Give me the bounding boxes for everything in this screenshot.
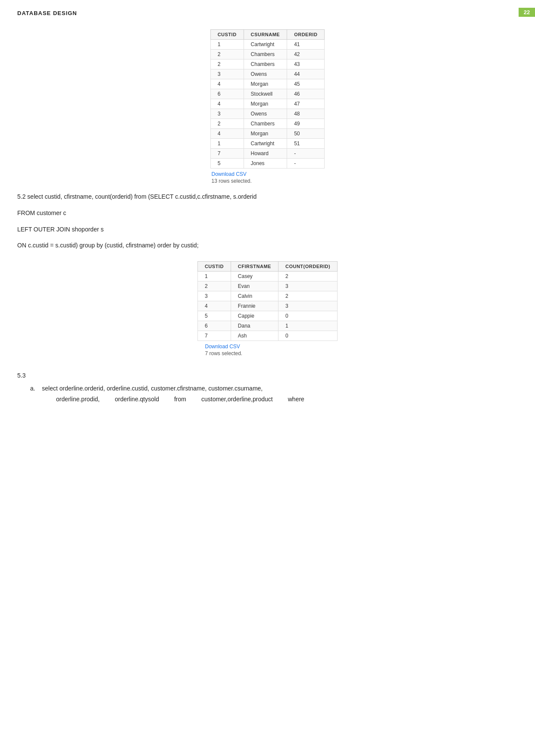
section-53a-line1: a. select orderline.orderid, orderline.c…: [30, 383, 518, 394]
table-row: 2Chambers49: [210, 119, 325, 129]
sql-52-section: 5.2 select custid, cfirstname, count(ord…: [17, 192, 518, 251]
table-row: 5Jones-: [210, 159, 325, 169]
table2-col-count: COUNT(ORDERID): [278, 262, 337, 272]
table-row: 1Casey2: [197, 272, 337, 281]
table1-download-csv[interactable]: Download CSV: [212, 171, 247, 177]
sql-52-line2: FROM customer c: [17, 208, 518, 219]
section-53a-line2: orderline.prodid, orderline.qtysold from…: [30, 394, 518, 405]
section-53-subsection-a: a. select orderline.orderid, orderline.c…: [30, 383, 518, 405]
table1-col-custid: CUSTID: [210, 30, 244, 40]
table-row: 6Dana1: [197, 321, 337, 331]
table-row: 2Chambers43: [210, 59, 325, 69]
table-row: 7Ash0: [197, 331, 337, 341]
section-53-label: 5.3: [17, 372, 518, 379]
table1-section: CUSTID CSURNAME ORDERID 1Cartwright412Ch…: [17, 29, 518, 184]
table-row: 6Stockwell46: [210, 89, 325, 99]
table-row: 3Calvin2: [197, 291, 337, 301]
table-row: 4Frannie3: [197, 301, 337, 311]
section-53a-text3: orderline.qtysold: [115, 396, 159, 403]
section-53: 5.3 a. select orderline.orderid, orderli…: [17, 372, 518, 405]
sql-52-line4: ON c.custid = s.custid) group by (custid…: [17, 241, 518, 251]
table-row: 1Cartwright41: [210, 40, 325, 50]
table1-col-orderid: ORDERID: [287, 30, 325, 40]
table-row: 3Owens48: [210, 109, 325, 119]
table2: CUSTID CFIRSTNAME COUNT(ORDERID) 1Casey2…: [197, 261, 338, 341]
table-row: 2Evan3: [197, 281, 337, 291]
table-row: 7Howard-: [210, 149, 325, 159]
table-row: 2Chambers42: [210, 50, 325, 59]
table2-col-custid: CUSTID: [197, 262, 231, 272]
section-53a-text4: from: [174, 396, 186, 403]
page-title: DATABASE DESIGN: [17, 10, 77, 16]
table1: CUSTID CSURNAME ORDERID 1Cartwright412Ch…: [210, 29, 325, 169]
table-row: 4Morgan50: [210, 129, 325, 139]
table-row: 4Morgan45: [210, 79, 325, 89]
sql-52-line1: 5.2 select custid, cfirstname, count(ord…: [17, 192, 518, 202]
section-53a-text1: select orderline.orderid, orderline.cust…: [42, 385, 263, 392]
table-row: 5Cappie0: [197, 311, 337, 321]
table2-download-csv[interactable]: Download CSV: [205, 344, 240, 350]
sql-52-line3: LEFT OUTER JOIN shoporder s: [17, 225, 518, 235]
table2-section: CUSTID CFIRSTNAME COUNT(ORDERID) 1Casey2…: [17, 261, 518, 356]
table2-col-cfirstname: CFIRSTNAME: [231, 262, 278, 272]
table1-col-csurname: CSURNAME: [244, 30, 287, 40]
table1-rows-selected: 13 rows selected.: [212, 178, 252, 184]
table-row: 3Owens44: [210, 69, 325, 79]
section-53a-text5: customer,orderline,product: [201, 396, 273, 403]
table2-rows-selected: 7 rows selected.: [205, 350, 243, 356]
section-53a-text2: orderline.prodid,: [56, 396, 100, 403]
page-number-badge: 22: [519, 8, 535, 17]
section-53a-label: a.: [30, 385, 35, 392]
table-row: 4Morgan47: [210, 99, 325, 109]
table-row: 1Cartwright51: [210, 139, 325, 149]
section-53a-text6: where: [288, 396, 304, 403]
